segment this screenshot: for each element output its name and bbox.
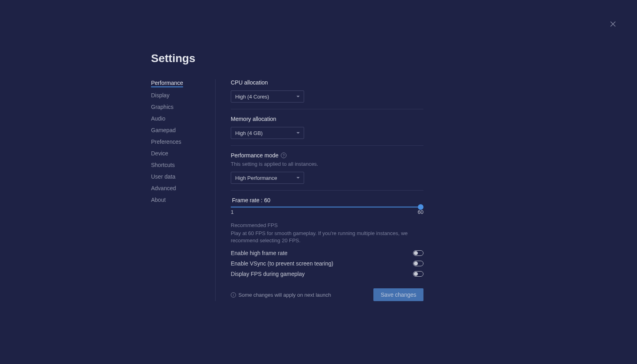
- frame-rate-group: Frame rate : 60 1 60 Recommended FPS Pla…: [231, 197, 423, 277]
- settings-footer: i Some changes will apply on next launch…: [231, 288, 423, 301]
- high-frame-rate-row: Enable high frame rate: [231, 250, 423, 256]
- recommended-fps-title: Recommended FPS: [231, 222, 423, 228]
- nav-item-gamepad[interactable]: Gamepad: [151, 127, 175, 134]
- toggle-knob: [414, 251, 418, 255]
- performance-mode-value: High Performance: [235, 175, 277, 181]
- cpu-allocation-label: CPU allocation: [231, 79, 423, 86]
- memory-allocation-group: Memory allocation High (4 GB): [231, 116, 423, 146]
- memory-allocation-value: High (4 GB): [235, 130, 263, 136]
- nav-item-display[interactable]: Display: [151, 92, 169, 99]
- high-frame-rate-label: Enable high frame rate: [231, 250, 288, 256]
- display-fps-row: Display FPS during gameplay: [231, 271, 423, 277]
- help-icon[interactable]: ?: [281, 153, 286, 158]
- settings-panel: CPU allocation High (4 Cores) Memory all…: [215, 79, 423, 301]
- slider-range-labels: 1 60: [231, 209, 423, 215]
- close-icon: [610, 21, 616, 27]
- frame-rate-slider[interactable]: [231, 207, 423, 207]
- recommended-fps-description: Play at 60 FPS for smooth gameplay. If y…: [231, 230, 423, 244]
- save-changes-button[interactable]: Save changes: [373, 288, 423, 301]
- nav-item-preferences[interactable]: Preferences: [151, 138, 181, 145]
- performance-mode-label: Performance mode ?: [231, 152, 423, 159]
- nav-item-about[interactable]: About: [151, 196, 166, 203]
- vsync-toggle[interactable]: [413, 261, 423, 266]
- nav-item-performance[interactable]: Performance: [151, 79, 183, 87]
- settings-sidebar: Performance Display Graphics Audio Gamep…: [151, 79, 215, 301]
- chevron-down-icon: [296, 132, 300, 134]
- toggle-knob: [414, 272, 418, 276]
- frame-rate-label: Frame rate : 60: [231, 197, 423, 203]
- high-frame-rate-toggle[interactable]: [413, 250, 423, 256]
- display-fps-label: Display FPS during gameplay: [231, 271, 304, 277]
- performance-mode-description: This setting is applied to all instances…: [231, 161, 423, 167]
- chevron-down-icon: [296, 96, 300, 97]
- cpu-allocation-group: CPU allocation High (4 Cores): [231, 79, 423, 109]
- performance-mode-group: Performance mode ? This setting is appli…: [231, 152, 423, 191]
- vsync-label: Enable VSync (to prevent screen tearing): [231, 260, 333, 267]
- slider-max: 60: [418, 209, 423, 215]
- cpu-allocation-value: High (4 Cores): [235, 94, 269, 100]
- nav-item-advanced[interactable]: Advanced: [151, 185, 176, 192]
- vsync-row: Enable VSync (to prevent screen tearing): [231, 260, 423, 267]
- chevron-down-icon: [296, 177, 300, 179]
- launch-notice: i Some changes will apply on next launch: [231, 292, 331, 298]
- info-icon: i: [231, 292, 236, 298]
- nav-item-shortcuts[interactable]: Shortcuts: [151, 161, 175, 169]
- memory-allocation-dropdown[interactable]: High (4 GB): [231, 127, 304, 139]
- toggle-knob: [414, 261, 418, 265]
- memory-allocation-label: Memory allocation: [231, 116, 423, 122]
- cpu-allocation-dropdown[interactable]: High (4 Cores): [231, 90, 304, 103]
- nav-item-audio[interactable]: Audio: [151, 115, 165, 122]
- slider-track: [231, 207, 423, 207]
- slider-thumb[interactable]: [418, 204, 423, 210]
- page-title: Settings: [151, 52, 637, 65]
- nav-item-graphics[interactable]: Graphics: [151, 103, 173, 111]
- nav-item-user-data[interactable]: User data: [151, 173, 175, 180]
- slider-min: 1: [231, 209, 234, 215]
- nav-item-device[interactable]: Device: [151, 150, 168, 157]
- performance-mode-dropdown[interactable]: High Performance: [231, 172, 304, 184]
- close-button[interactable]: [608, 19, 618, 29]
- display-fps-toggle[interactable]: [413, 271, 423, 277]
